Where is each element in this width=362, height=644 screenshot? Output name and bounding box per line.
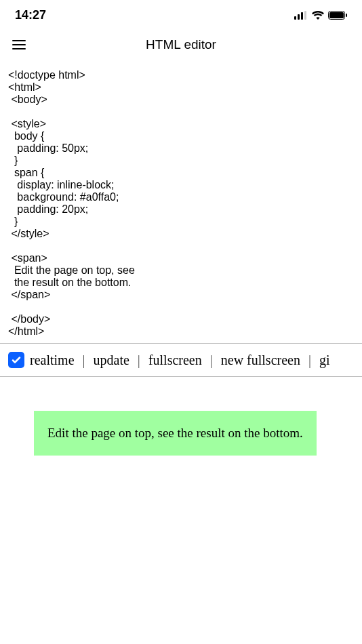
toolbar-separator: |: [210, 353, 213, 368]
toolbar: realtime | update | fullscreen | new ful…: [0, 343, 362, 377]
cellular-signal-icon: [294, 11, 308, 20]
svg-rect-5: [329, 12, 344, 18]
fullscreen-button[interactable]: fullscreen: [148, 353, 202, 368]
toolbar-separator: |: [138, 353, 140, 368]
preview-pane: Edit the page on top, see the result on …: [0, 377, 362, 489]
realtime-checkbox[interactable]: [8, 352, 24, 368]
app-header: HTML editor: [0, 30, 362, 60]
wifi-icon: [312, 11, 324, 20]
svg-rect-3: [304, 11, 306, 20]
svg-rect-1: [298, 14, 300, 20]
battery-icon: [328, 11, 347, 20]
gi-button[interactable]: gi: [319, 353, 330, 368]
toolbar-separator: |: [83, 353, 85, 368]
toolbar-separator: |: [308, 353, 311, 368]
status-icons: [294, 11, 347, 20]
svg-rect-0: [294, 16, 296, 20]
page-title: HTML editor: [146, 37, 216, 52]
svg-rect-2: [301, 12, 303, 20]
update-button[interactable]: update: [94, 353, 129, 368]
status-bar: 14:27: [0, 0, 362, 30]
preview-span: Edit the page on top, see the result on …: [34, 411, 317, 456]
code-editor[interactable]: <!doctype html> <html> <body> <style> bo…: [0, 60, 362, 343]
menu-icon[interactable]: [12, 40, 26, 50]
svg-rect-6: [346, 14, 347, 17]
realtime-button[interactable]: realtime: [30, 353, 75, 368]
status-time: 14:27: [15, 8, 46, 22]
new-fullscreen-button[interactable]: new fullscreen: [221, 353, 300, 368]
